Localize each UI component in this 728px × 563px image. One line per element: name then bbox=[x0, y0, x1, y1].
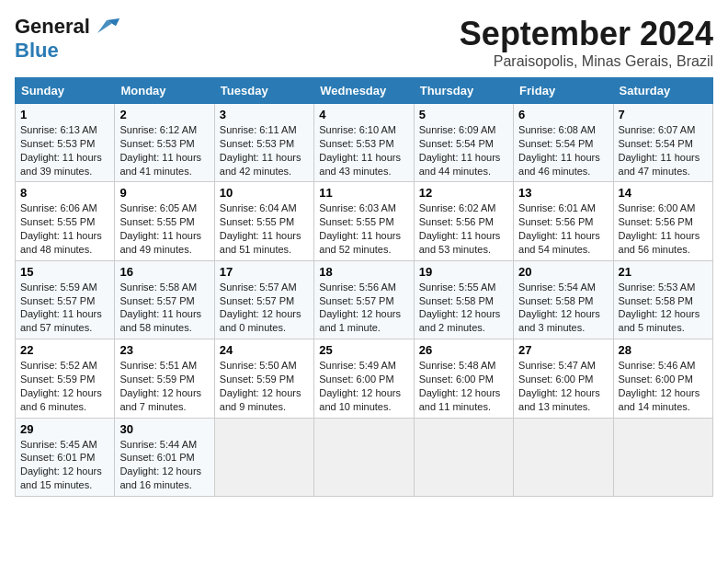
calendar-cell bbox=[314, 418, 414, 496]
calendar-cell: 2 Sunrise: 6:12 AMSunset: 5:53 PMDayligh… bbox=[115, 104, 214, 182]
day-info: Sunrise: 6:09 AMSunset: 5:54 PMDaylight:… bbox=[419, 124, 501, 177]
day-info: Sunrise: 6:13 AMSunset: 5:53 PMDaylight:… bbox=[20, 124, 102, 177]
calendar-cell: 30 Sunrise: 5:44 AMSunset: 6:01 PMDaylig… bbox=[115, 418, 214, 496]
calendar-cell: 21 Sunrise: 5:53 AMSunset: 5:58 PMDaylig… bbox=[613, 260, 712, 339]
weekday-header-sunday: Sunday bbox=[16, 78, 115, 104]
day-number: 9 bbox=[119, 186, 209, 200]
day-number: 24 bbox=[220, 343, 309, 357]
logo-blue-text: Blue bbox=[15, 39, 59, 62]
day-number: 13 bbox=[518, 186, 608, 200]
day-info: Sunrise: 5:57 AMSunset: 5:57 PMDaylight:… bbox=[220, 282, 301, 334]
calendar-cell: 8 Sunrise: 6:06 AMSunset: 5:55 PMDayligh… bbox=[16, 182, 115, 260]
month-title: September 2024 bbox=[460, 15, 713, 53]
day-info: Sunrise: 5:47 AMSunset: 6:00 PMDaylight:… bbox=[518, 360, 600, 412]
calendar-cell: 20 Sunrise: 5:54 AMSunset: 5:58 PMDaylig… bbox=[514, 260, 613, 339]
day-number: 18 bbox=[319, 265, 408, 279]
calendar-cell: 16 Sunrise: 5:58 AMSunset: 5:57 PMDaylig… bbox=[115, 260, 214, 339]
calendar-cell: 11 Sunrise: 6:03 AMSunset: 5:55 PMDaylig… bbox=[314, 182, 414, 260]
day-info: Sunrise: 5:54 AMSunset: 5:58 PMDaylight:… bbox=[518, 282, 600, 334]
calendar-cell: 13 Sunrise: 6:01 AMSunset: 5:56 PMDaylig… bbox=[514, 182, 613, 260]
day-info: Sunrise: 6:00 AMSunset: 5:56 PMDaylight:… bbox=[619, 202, 700, 255]
calendar-cell: 29 Sunrise: 5:45 AMSunset: 6:01 PMDaylig… bbox=[16, 418, 115, 496]
day-info: Sunrise: 5:58 AMSunset: 5:57 PMDaylight:… bbox=[119, 282, 201, 334]
day-number: 1 bbox=[20, 108, 109, 121]
day-number: 14 bbox=[619, 186, 708, 200]
day-number: 7 bbox=[619, 108, 708, 121]
day-info: Sunrise: 6:11 AMSunset: 5:53 PMDaylight:… bbox=[220, 124, 301, 177]
calendar-cell bbox=[214, 418, 313, 496]
day-number: 2 bbox=[119, 108, 209, 121]
day-info: Sunrise: 5:51 AMSunset: 5:59 PMDaylight:… bbox=[119, 360, 201, 412]
day-info: Sunrise: 5:53 AMSunset: 5:58 PMDaylight:… bbox=[619, 282, 700, 334]
day-number: 17 bbox=[220, 265, 309, 279]
day-number: 19 bbox=[419, 265, 508, 279]
day-number: 21 bbox=[619, 265, 708, 279]
weekday-header-row: SundayMondayTuesdayWednesdayThursdayFrid… bbox=[16, 78, 713, 104]
day-number: 5 bbox=[419, 108, 508, 121]
day-info: Sunrise: 6:06 AMSunset: 5:55 PMDaylight:… bbox=[20, 202, 102, 255]
calendar-cell: 26 Sunrise: 5:48 AMSunset: 6:00 PMDaylig… bbox=[414, 339, 513, 418]
calendar-table: SundayMondayTuesdayWednesdayThursdayFrid… bbox=[15, 77, 713, 497]
calendar-cell: 14 Sunrise: 6:00 AMSunset: 5:56 PMDaylig… bbox=[613, 182, 712, 260]
day-number: 16 bbox=[119, 265, 209, 279]
calendar-cell: 28 Sunrise: 5:46 AMSunset: 6:00 PMDaylig… bbox=[613, 339, 712, 418]
day-info: Sunrise: 5:59 AMSunset: 5:57 PMDaylight:… bbox=[20, 282, 102, 334]
day-info: Sunrise: 5:48 AMSunset: 6:00 PMDaylight:… bbox=[419, 360, 501, 412]
location: Paraisopolis, Minas Gerais, Brazil bbox=[460, 53, 713, 70]
day-number: 11 bbox=[319, 186, 408, 200]
weekday-header-saturday: Saturday bbox=[613, 78, 712, 104]
calendar-week-row: 15 Sunrise: 5:59 AMSunset: 5:57 PMDaylig… bbox=[16, 260, 713, 339]
day-info: Sunrise: 6:01 AMSunset: 5:56 PMDaylight:… bbox=[518, 202, 600, 255]
calendar-cell bbox=[613, 418, 712, 496]
calendar-cell: 12 Sunrise: 6:02 AMSunset: 5:56 PMDaylig… bbox=[414, 182, 513, 260]
day-number: 3 bbox=[220, 108, 309, 121]
title-block: September 2024 Paraisopolis, Minas Gerai… bbox=[460, 15, 713, 70]
weekday-header-wednesday: Wednesday bbox=[314, 78, 414, 104]
calendar-week-row: 29 Sunrise: 5:45 AMSunset: 6:01 PMDaylig… bbox=[16, 418, 713, 496]
day-number: 8 bbox=[20, 186, 109, 200]
day-number: 12 bbox=[419, 186, 508, 200]
calendar-cell: 27 Sunrise: 5:47 AMSunset: 6:00 PMDaylig… bbox=[514, 339, 613, 418]
day-number: 29 bbox=[20, 422, 109, 436]
calendar-cell: 17 Sunrise: 5:57 AMSunset: 5:57 PMDaylig… bbox=[214, 260, 313, 339]
calendar-week-row: 1 Sunrise: 6:13 AMSunset: 5:53 PMDayligh… bbox=[16, 104, 713, 182]
day-info: Sunrise: 5:50 AMSunset: 5:59 PMDaylight:… bbox=[220, 360, 301, 412]
day-info: Sunrise: 5:56 AMSunset: 5:57 PMDaylight:… bbox=[319, 282, 401, 334]
day-info: Sunrise: 6:10 AMSunset: 5:53 PMDaylight:… bbox=[319, 124, 401, 177]
day-info: Sunrise: 5:46 AMSunset: 6:00 PMDaylight:… bbox=[619, 360, 700, 412]
calendar-cell: 19 Sunrise: 5:55 AMSunset: 5:58 PMDaylig… bbox=[414, 260, 513, 339]
day-number: 20 bbox=[518, 265, 608, 279]
calendar-cell bbox=[414, 418, 513, 496]
calendar-cell: 25 Sunrise: 5:49 AMSunset: 6:00 PMDaylig… bbox=[314, 339, 414, 418]
weekday-header-tuesday: Tuesday bbox=[214, 78, 313, 104]
weekday-header-thursday: Thursday bbox=[414, 78, 513, 104]
calendar-cell: 9 Sunrise: 6:05 AMSunset: 5:55 PMDayligh… bbox=[115, 182, 214, 260]
day-info: Sunrise: 6:12 AMSunset: 5:53 PMDaylight:… bbox=[119, 124, 201, 177]
weekday-header-friday: Friday bbox=[514, 78, 613, 104]
day-info: Sunrise: 5:55 AMSunset: 5:58 PMDaylight:… bbox=[419, 282, 501, 334]
calendar-cell: 15 Sunrise: 5:59 AMSunset: 5:57 PMDaylig… bbox=[16, 260, 115, 339]
day-info: Sunrise: 5:44 AMSunset: 6:01 PMDaylight:… bbox=[119, 439, 201, 491]
calendar-cell: 23 Sunrise: 5:51 AMSunset: 5:59 PMDaylig… bbox=[115, 339, 214, 418]
day-number: 22 bbox=[20, 343, 109, 357]
day-number: 27 bbox=[518, 343, 608, 357]
calendar-cell: 5 Sunrise: 6:09 AMSunset: 5:54 PMDayligh… bbox=[414, 104, 513, 182]
calendar-cell: 1 Sunrise: 6:13 AMSunset: 5:53 PMDayligh… bbox=[16, 104, 115, 182]
calendar-week-row: 22 Sunrise: 5:52 AMSunset: 5:59 PMDaylig… bbox=[16, 339, 713, 418]
calendar-week-row: 8 Sunrise: 6:06 AMSunset: 5:55 PMDayligh… bbox=[16, 182, 713, 260]
day-number: 15 bbox=[20, 265, 109, 279]
logo: General Blue bbox=[15, 15, 119, 63]
day-number: 4 bbox=[319, 108, 408, 121]
day-number: 26 bbox=[419, 343, 508, 357]
calendar-cell: 18 Sunrise: 5:56 AMSunset: 5:57 PMDaylig… bbox=[314, 260, 414, 339]
logo-text: General bbox=[15, 15, 90, 39]
calendar-cell: 4 Sunrise: 6:10 AMSunset: 5:53 PMDayligh… bbox=[314, 104, 414, 182]
page-header: General Blue September 2024 Paraisopolis… bbox=[15, 15, 713, 70]
day-info: Sunrise: 5:49 AMSunset: 6:00 PMDaylight:… bbox=[319, 360, 401, 412]
logo-icon bbox=[94, 17, 119, 37]
calendar-cell: 6 Sunrise: 6:08 AMSunset: 5:54 PMDayligh… bbox=[514, 104, 613, 182]
day-info: Sunrise: 6:03 AMSunset: 5:55 PMDaylight:… bbox=[319, 202, 401, 255]
day-number: 23 bbox=[119, 343, 209, 357]
calendar-cell: 24 Sunrise: 5:50 AMSunset: 5:59 PMDaylig… bbox=[214, 339, 313, 418]
day-info: Sunrise: 6:08 AMSunset: 5:54 PMDaylight:… bbox=[518, 124, 600, 177]
